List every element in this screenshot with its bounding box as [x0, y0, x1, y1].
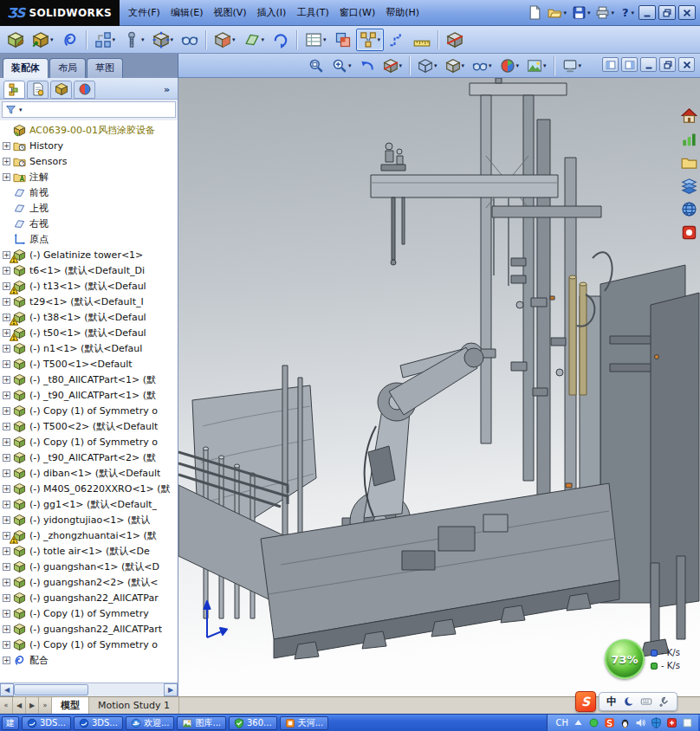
- explode-line-sketch-button[interactable]: [385, 29, 409, 51]
- taskbar-button-partial[interactable]: 建: [2, 716, 19, 730]
- tree-item[interactable]: +(-) _t80_AllCATPart<1> (默: [0, 372, 178, 387]
- show-hidden-components-button[interactable]: [178, 29, 202, 51]
- tree-item[interactable]: +(-) t50<1> (默认<Defaul: [0, 325, 178, 340]
- minimize-button[interactable]: [638, 5, 656, 20]
- expand-icon[interactable]: +: [3, 158, 10, 165]
- expand-icon[interactable]: +: [3, 516, 10, 524]
- home-button[interactable]: [680, 107, 697, 124]
- taskbar-button[interactable]: 360...: [229, 716, 277, 730]
- taskbar-button[interactable]: 欢迎...: [126, 716, 175, 730]
- taskbar-button[interactable]: 3DS...: [22, 716, 71, 730]
- tree-item[interactable]: +(-) guangshan22_AllCATPart: [0, 621, 178, 637]
- tree-item[interactable]: +(-) t38<1> (默认<Defaul: [0, 309, 178, 325]
- menu-item[interactable]: 文件(F): [123, 4, 165, 21]
- move-component-button[interactable]: ▾: [149, 29, 178, 51]
- toggle-right-pane-button[interactable]: [621, 57, 638, 72]
- restore-button[interactable]: [659, 57, 676, 72]
- tree-item[interactable]: +(-) Copy (1) of Symmetry o: [0, 434, 178, 450]
- expand-icon[interactable]: +: [3, 547, 10, 555]
- exploded-view-button[interactable]: ▾: [356, 29, 385, 51]
- expand-icon[interactable]: +: [3, 454, 10, 462]
- tree-item[interactable]: +t29<1> (默认<Default_I: [0, 294, 178, 309]
- menu-item[interactable]: 帮助(H): [380, 4, 425, 21]
- tree-item[interactable]: +(-) _t90_AllCATPart<1> (默: [0, 387, 178, 403]
- restore-button[interactable]: [658, 5, 676, 20]
- qq-icon[interactable]: [619, 717, 631, 728]
- view-orientation-button[interactable]: ▾: [414, 55, 441, 76]
- tree-item[interactable]: +t6<1> (默认<Default_Di: [0, 262, 178, 278]
- tree-item[interactable]: +配合: [0, 652, 178, 668]
- sogou-tray-icon[interactable]: [604, 717, 615, 728]
- tree-item[interactable]: 上视: [0, 200, 178, 216]
- display-manager-tab[interactable]: [74, 81, 95, 99]
- document-tab[interactable]: Motion Study 1: [89, 697, 179, 714]
- feature-manager-tab[interactable]: [3, 81, 25, 99]
- net-speed-widget[interactable]: 73% - K/s - K/s: [605, 639, 680, 679]
- save-button[interactable]: ▾: [570, 3, 593, 23]
- wrench-icon[interactable]: [658, 695, 670, 708]
- menu-item[interactable]: 插入(I): [252, 4, 292, 21]
- configuration-manager-tab[interactable]: [50, 81, 72, 99]
- zoom-to-fit-button[interactable]: [305, 55, 327, 76]
- scrollbar-track[interactable]: [14, 683, 164, 696]
- tree-item[interactable]: +(-) guangshan2<2> (默认<: [0, 574, 178, 590]
- document-tab[interactable]: 模型: [52, 697, 89, 714]
- tree-item[interactable]: +(-) _t90_AllCATPart<2> (默: [0, 450, 178, 465]
- interference-detection-button[interactable]: [331, 29, 355, 51]
- moon-icon[interactable]: [623, 695, 635, 708]
- keyboard-icon[interactable]: [640, 695, 652, 708]
- shield-icon[interactable]: [651, 717, 662, 728]
- tree-item[interactable]: +(-) n1<1> (默认<Defaul: [0, 340, 178, 356]
- commandmanager-tab[interactable]: 装配体: [3, 58, 49, 78]
- bill-of-materials-button[interactable]: ▾: [301, 29, 330, 51]
- graphics-area[interactable]: 73% - K/s - K/s: [178, 78, 700, 696]
- tree-item[interactable]: +(-) Copy (1) of Symmetry: [0, 605, 178, 621]
- new-document-button[interactable]: [526, 3, 544, 23]
- expand-icon[interactable]: +: [3, 594, 10, 602]
- tree-item[interactable]: +(-) Copy (1) of Symmetry o: [0, 637, 178, 652]
- menu-item[interactable]: 窗口(W): [334, 4, 380, 21]
- menu-item[interactable]: 工具(T): [291, 4, 334, 21]
- tree-item[interactable]: +(-) _zhongzhuantai<1> (默: [0, 527, 178, 543]
- tree-root-item[interactable]: AC0639-00-01风挡涂胶设备: [0, 122, 178, 138]
- expand-icon[interactable]: +: [3, 423, 10, 430]
- taskbar-button[interactable]: 3DS...: [74, 716, 123, 730]
- expand-icon[interactable]: +: [3, 360, 10, 368]
- tree-item[interactable]: 右视: [0, 216, 178, 231]
- display-style-button[interactable]: ▾: [442, 55, 469, 76]
- hide-show-items-button[interactable]: ▾: [469, 55, 496, 76]
- toggle-left-pane-button[interactable]: [602, 57, 619, 72]
- tree-item[interactable]: +注解: [0, 169, 178, 184]
- first-tab-button[interactable]: «: [0, 697, 13, 714]
- tree-item[interactable]: 前视: [0, 184, 178, 200]
- scroll-left-button[interactable]: ◀: [0, 683, 14, 696]
- expand-icon[interactable]: +: [3, 298, 10, 306]
- expand-icon[interactable]: +: [3, 142, 10, 150]
- property-manager-tab[interactable]: [27, 81, 49, 99]
- tree-item[interactable]: +(-) t13<1> (默认<Defaul: [0, 278, 178, 294]
- tree-item[interactable]: +(-) gg1<1> (默认<Default_: [0, 496, 178, 512]
- cad-model[interactable]: [178, 78, 700, 696]
- edit-component-button[interactable]: [3, 29, 28, 51]
- apply-scene-button[interactable]: ▾: [523, 55, 550, 76]
- new-motion-study-button[interactable]: [269, 29, 293, 51]
- insert-components-button[interactable]: ▾: [29, 29, 57, 51]
- ime-language-toggle[interactable]: 中: [606, 695, 617, 709]
- close-button[interactable]: [678, 5, 696, 20]
- globe-button[interactable]: [680, 200, 697, 217]
- tree-item[interactable]: +(-) yidongtujiao<1> (默认: [0, 512, 178, 527]
- minimize-button[interactable]: [640, 57, 657, 72]
- tree-item[interactable]: +Sensors: [0, 153, 178, 169]
- tree-item[interactable]: +(-) Copy (1) of Symmetry o: [0, 403, 178, 418]
- section-view-button[interactable]: [443, 29, 467, 51]
- view-settings-button[interactable]: ▾: [559, 55, 586, 76]
- measure-button[interactable]: [410, 29, 434, 51]
- last-tab-button[interactable]: »: [39, 697, 52, 714]
- taskbar-button[interactable]: 图库...: [177, 716, 226, 730]
- sogou-ime-icon[interactable]: S: [575, 691, 596, 712]
- expand-icon[interactable]: +: [3, 485, 10, 493]
- menu-item[interactable]: 编辑(E): [165, 4, 209, 21]
- reference-geometry-button[interactable]: ▾: [240, 29, 269, 51]
- tree-item[interactable]: +(-) T500<2> (默认<Default: [0, 418, 178, 434]
- expand-icon[interactable]: +: [3, 267, 10, 275]
